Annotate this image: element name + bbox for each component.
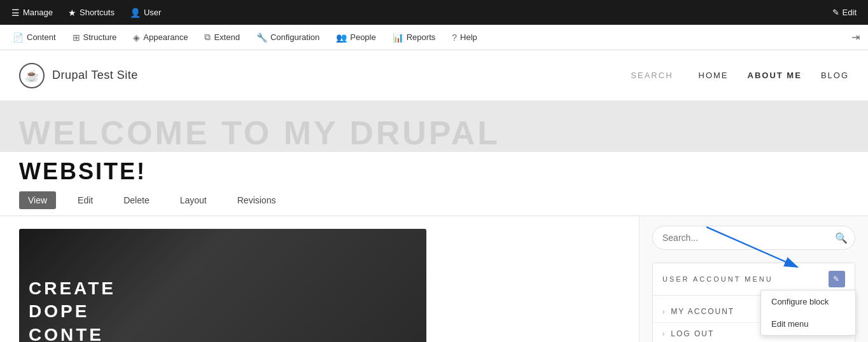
nav-structure[interactable]: ⊞ Structure — [65, 25, 125, 50]
nav-help-label: Help — [460, 32, 477, 42]
admin-toolbar: ☰ Manage ★ Shortcuts 👤 User ✎ Edit — [0, 0, 868, 25]
main-content: CREATEDOPECONTE 🔍 — [0, 216, 868, 342]
shortcuts-label: Shortcuts — [80, 8, 115, 17]
manage-label: Manage — [23, 8, 53, 17]
appearance-icon: ◈ — [133, 32, 140, 43]
nav-extend[interactable]: ⧉ Extend — [197, 25, 247, 50]
chevron-icon: › — [662, 308, 666, 315]
hero-area: WELCOME TO MY DRUPAL — [0, 101, 868, 152]
image-placeholder: CREATEDOPECONTE — [19, 229, 426, 342]
search-icon[interactable]: 🔍 — [835, 232, 848, 244]
nav-people[interactable]: 👥 People — [328, 25, 383, 50]
structure-icon: ⊞ — [73, 32, 80, 43]
menu-item-label-2: LOG OUT — [671, 329, 714, 338]
dropdown-configure-block[interactable]: Configure block — [761, 291, 855, 313]
site-header: ☕ Drupal Test Site SEARCH HOME ABOUT ME … — [0, 50, 868, 101]
dropdown-edit-menu[interactable]: Edit menu — [761, 313, 855, 335]
page-tabs: View Edit Delete Layout Revisions — [0, 185, 868, 216]
search-input[interactable] — [652, 226, 855, 250]
help-icon: ? — [452, 32, 457, 43]
content-left: CREATEDOPECONTE — [0, 216, 639, 342]
nav-configuration[interactable]: 🔧 Configuration — [249, 25, 327, 50]
site-logo: ☕ Drupal Test Site — [19, 63, 138, 88]
edit-button[interactable]: ✎ Edit — [826, 4, 863, 20]
nav-toggle-button[interactable]: ⇥ — [848, 28, 863, 46]
shortcuts-button[interactable]: ★ Shortcuts — [62, 4, 121, 21]
site-nav: SEARCH HOME ABOUT ME BLOG — [631, 71, 849, 80]
content-sidebar: 🔍 USER ACCOUNT MENU ✎ › MY ACCOUNT › — [639, 216, 868, 342]
nav-home[interactable]: HOME — [699, 71, 729, 80]
edit-label: Edit — [843, 8, 857, 17]
nav-about-me[interactable]: ABOUT ME — [748, 71, 802, 80]
tab-delete[interactable]: Delete — [115, 191, 158, 209]
chevron-icon-2: › — [662, 331, 666, 338]
block-pencil-icon: ✎ — [833, 275, 841, 284]
hero-text: WELCOME TO MY DRUPAL — [19, 116, 500, 149]
website-heading: WEBSITE! — [0, 152, 868, 185]
hamburger-icon: ☰ — [11, 8, 20, 18]
nav-appearance[interactable]: ◈ Appearance — [125, 25, 195, 50]
content-image: CREATEDOPECONTE — [19, 229, 426, 342]
toolbar-right: ✎ Edit — [826, 4, 863, 20]
tab-layout[interactable]: Layout — [171, 191, 216, 209]
nav-extend-label: Extend — [214, 32, 239, 42]
config-icon: 🔧 — [256, 32, 267, 43]
user-button[interactable]: 👤 User — [123, 4, 167, 21]
block-edit-button[interactable]: ✎ — [829, 271, 845, 287]
pencil-icon: ✎ — [832, 8, 839, 17]
content-icon: 📄 — [13, 32, 24, 43]
nav-structure-label: Structure — [83, 32, 117, 42]
image-text: CREATEDOPECONTE — [29, 277, 116, 342]
block-dropdown: Configure block Edit menu — [760, 290, 856, 336]
nav-content[interactable]: 📄 Content — [5, 25, 64, 50]
nav-right: ⇥ — [848, 28, 863, 46]
user-icon: 👤 — [130, 8, 141, 18]
site-logo-icon: ☕ — [19, 63, 45, 88]
star-icon: ★ — [68, 8, 76, 18]
user-label: User — [144, 8, 161, 17]
reports-icon: 📊 — [393, 32, 403, 43]
nav-reports-label: Reports — [407, 32, 436, 42]
manage-button[interactable]: ☰ Manage — [5, 4, 59, 21]
nav-reports[interactable]: 📊 Reports — [385, 25, 444, 50]
site-search-label: SEARCH — [631, 71, 673, 80]
secondary-nav: 📄 Content ⊞ Structure ◈ Appearance ⧉ Ext… — [0, 25, 868, 50]
coffee-icon: ☕ — [25, 69, 39, 83]
tab-edit[interactable]: Edit — [69, 191, 102, 209]
people-icon: 👥 — [336, 32, 347, 43]
nav-blog[interactable]: BLOG — [821, 71, 849, 80]
block-title-text: USER ACCOUNT MENU — [662, 275, 773, 283]
menu-item-label: MY ACCOUNT — [671, 307, 734, 316]
tab-revisions[interactable]: Revisions — [228, 191, 285, 209]
nav-appearance-label: Appearance — [143, 32, 188, 42]
site-wrapper: ☕ Drupal Test Site SEARCH HOME ABOUT ME … — [0, 50, 868, 342]
nav-people-label: People — [350, 32, 375, 42]
extend-icon: ⧉ — [204, 32, 211, 43]
site-title: Drupal Test Site — [52, 69, 138, 82]
nav-content-label: Content — [27, 32, 56, 42]
nav-help[interactable]: ? Help — [444, 25, 485, 50]
user-account-block: USER ACCOUNT MENU ✎ › MY ACCOUNT › LOG O… — [652, 263, 855, 342]
nav-config-label: Configuration — [270, 32, 319, 42]
search-container: 🔍 — [652, 226, 855, 250]
tab-view[interactable]: View — [19, 191, 56, 209]
